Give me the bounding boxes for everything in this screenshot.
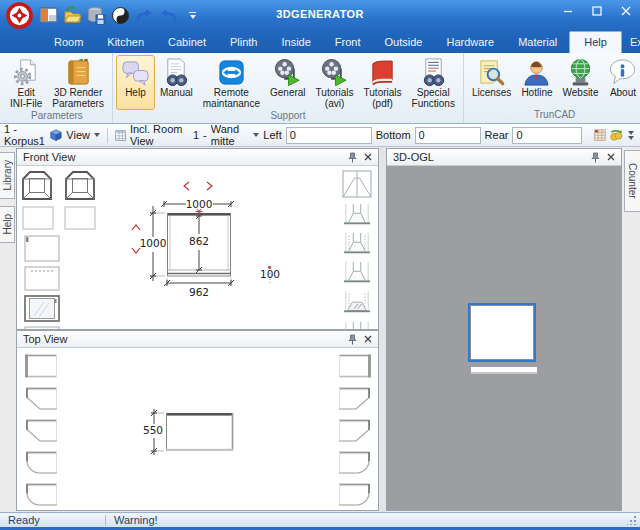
tab-room[interactable]: Room xyxy=(42,32,95,53)
tab-hardware[interactable]: Hardware xyxy=(434,32,506,53)
view-dropdown[interactable]: View xyxy=(66,129,100,141)
incl-room-view-label[interactable]: Incl. Room View xyxy=(130,123,189,147)
thumb-front-blank[interactable] xyxy=(22,206,54,230)
hotline-button[interactable]: Hotline xyxy=(516,55,557,109)
tab-help[interactable]: Help xyxy=(569,31,622,53)
dock-tab-library[interactable]: Library xyxy=(0,152,15,199)
app-window: 3DGENERATOR Room Kitchen Cabinet Plinth … xyxy=(0,0,640,530)
pin-icon xyxy=(348,334,357,345)
left-offset-input[interactable] xyxy=(286,127,372,144)
thumb-front-glass-door[interactable] xyxy=(24,295,60,322)
thumb-plan-rounded-right[interactable] xyxy=(337,482,373,508)
thumb-cabinet-3d[interactable] xyxy=(21,169,53,202)
redo-icon[interactable] xyxy=(135,6,154,25)
tab-inside[interactable]: Inside xyxy=(270,32,323,53)
thumb-hood[interactable] xyxy=(339,321,375,329)
close-button[interactable] xyxy=(611,0,640,22)
svg-text:1000: 1000 xyxy=(186,198,213,210)
top-view-canvas[interactable]: 550 xyxy=(17,348,378,510)
tutorials-avi-button[interactable]: Tutorials(avi) xyxy=(311,55,359,110)
tab-plinth[interactable]: Plinth xyxy=(218,32,270,53)
yinyang-icon[interactable] xyxy=(111,6,130,25)
general-tutorials-button[interactable]: General xyxy=(265,55,311,110)
tab-cabinet[interactable]: Cabinet xyxy=(156,32,218,53)
wall-dropdown[interactable]: Wand mitte xyxy=(211,123,260,147)
pin-button[interactable] xyxy=(588,150,603,164)
top-view-title: Top View xyxy=(23,333,67,345)
thumb-plan-chamfer[interactable] xyxy=(23,386,59,412)
selection-label[interactable]: 1 - Korpus1 xyxy=(4,123,46,147)
front-view-canvas[interactable]: 1000 1000 862 xyxy=(17,166,378,329)
render-parameters-button[interactable]: 3D RenderParameters xyxy=(47,55,109,110)
thumb-front-dashed[interactable] xyxy=(24,266,60,291)
bottom-offset-input[interactable] xyxy=(415,127,481,144)
pin-button[interactable] xyxy=(345,332,360,346)
chevron-down-icon xyxy=(253,133,259,137)
thumb-front-marked[interactable] xyxy=(24,235,60,262)
ogl-header: 3D-OGL xyxy=(387,149,621,166)
qat-customize-chevron-icon[interactable] xyxy=(189,12,196,19)
quick-access-toolbar xyxy=(39,6,196,25)
thumb-front-blank[interactable] xyxy=(24,326,60,329)
parts-table-icon[interactable] xyxy=(594,127,606,143)
price-coins-icon[interactable] xyxy=(610,127,623,143)
thumb-hood[interactable] xyxy=(339,203,375,231)
room-layout-icon[interactable] xyxy=(39,6,58,25)
remote-maintenance-button[interactable]: Remotemaintanance xyxy=(198,55,265,110)
selected-cabinet-3d[interactable] xyxy=(468,303,536,362)
tab-front[interactable]: Front xyxy=(323,32,373,53)
thumb-hood-dotted[interactable] xyxy=(339,232,375,260)
thumb-hood[interactable] xyxy=(339,261,375,289)
maximize-button[interactable] xyxy=(582,0,611,22)
manual-button[interactable]: Manual xyxy=(155,55,198,110)
nudge-left-icon xyxy=(184,182,189,190)
tab-export[interactable]: Export xyxy=(622,32,640,53)
thumb-plan-rounded[interactable] xyxy=(23,450,59,476)
tab-kitchen[interactable]: Kitchen xyxy=(95,32,156,53)
close-panel-button[interactable] xyxy=(360,150,375,164)
thumb-plan-chamfer[interactable] xyxy=(23,418,59,444)
thumb-hood-corner[interactable] xyxy=(339,169,375,199)
manual-icon xyxy=(162,58,191,87)
left-dock-strip xyxy=(0,147,16,512)
open-folder-icon[interactable] xyxy=(63,6,82,25)
edit-ini-file-button[interactable]: EditINI-File xyxy=(5,55,47,110)
thumb-plan-chamfer-right[interactable] xyxy=(337,386,373,412)
tutorials-pdf-button[interactable]: Tutorials(pdf) xyxy=(359,55,407,110)
cabinet-plinth-3d[interactable] xyxy=(471,367,537,374)
close-panel-button[interactable] xyxy=(603,150,618,164)
ogl-viewport[interactable] xyxy=(387,166,621,510)
panel-splitter[interactable] xyxy=(379,147,386,512)
tab-outside[interactable]: Outside xyxy=(373,32,435,53)
thumb-cabinet-3d[interactable] xyxy=(64,169,96,202)
pin-icon xyxy=(591,152,600,163)
about-button[interactable]: About xyxy=(603,55,640,109)
app-logo-icon[interactable] xyxy=(6,2,33,29)
resize-grip[interactable] xyxy=(627,515,637,525)
thumb-plan-rect-right[interactable] xyxy=(337,353,373,379)
licenses-button[interactable]: Licenses xyxy=(467,55,516,109)
close-panel-button[interactable] xyxy=(360,332,375,346)
toolbar-overflow-chevron[interactable] xyxy=(627,131,636,140)
toolbar-separator xyxy=(107,128,108,143)
undo-icon[interactable] xyxy=(159,6,178,25)
thumb-front-blank[interactable] xyxy=(64,206,96,230)
pin-button[interactable] xyxy=(345,150,360,164)
thumb-plan-rect[interactable] xyxy=(23,353,59,379)
rear-offset-input[interactable] xyxy=(512,127,582,144)
minimize-button[interactable] xyxy=(553,0,582,22)
thumb-hood-hatched[interactable] xyxy=(339,290,375,318)
thumb-plan-rounded-right[interactable] xyxy=(337,450,373,476)
special-functions-button[interactable]: SpecialFunctions xyxy=(407,55,460,110)
dock-tab-help[interactable]: Help xyxy=(0,206,15,243)
thumb-plan-chamfer-right[interactable] xyxy=(337,418,373,444)
website-button[interactable]: Website xyxy=(558,55,604,109)
top-view-header: Top View xyxy=(17,331,378,348)
dock-tab-counter[interactable]: Counter xyxy=(624,150,640,212)
help-button[interactable]: Help xyxy=(116,55,155,110)
tab-material[interactable]: Material xyxy=(506,32,569,53)
thumb-plan-rounded[interactable] xyxy=(23,482,59,508)
ribbon-group-parameters: EditINI-File 3D RenderParameters Paramet… xyxy=(2,53,113,123)
pin-icon xyxy=(348,152,357,163)
save-database-icon[interactable] xyxy=(87,6,106,25)
